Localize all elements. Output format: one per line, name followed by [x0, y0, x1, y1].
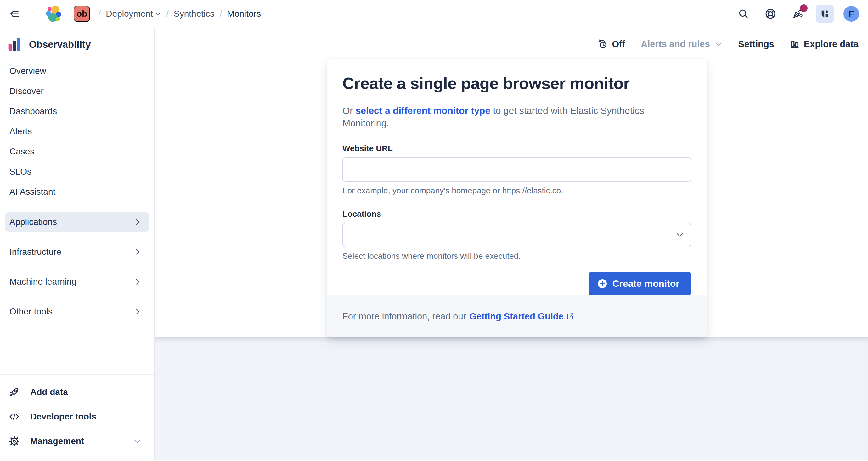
website-url-row: Website URL For example, your company's … [342, 143, 691, 196]
create-monitor-card: Create a single page browser monitor Or … [327, 59, 707, 337]
locations-label: Locations [342, 209, 691, 219]
breadcrumb-synthetics[interactable]: Synthetics [174, 9, 214, 19]
sidebar-item-overview[interactable]: Overview [5, 61, 149, 81]
breadcrumb-separator: / [219, 8, 222, 19]
sidebar-item-infrastructure[interactable]: Infrastructure [5, 242, 149, 262]
sidebar-item-dashboards[interactable]: Dashboards [5, 101, 149, 121]
chevron-right-icon [133, 278, 142, 286]
app-window: ob / Deployment / Synthetics / Monitors [0, 0, 868, 461]
sidebar-item-slos[interactable]: SLOs [5, 162, 149, 182]
chevron-right-icon [133, 218, 142, 226]
external-link-icon [566, 312, 575, 321]
user-avatar[interactable]: F [843, 6, 859, 22]
sidebar-item-machine-learning[interactable]: Machine learning [5, 272, 149, 292]
chevron-down-icon [133, 437, 142, 446]
locations-select[interactable] [342, 223, 691, 247]
locations-help: Select locations where monitors will be … [342, 251, 691, 261]
page-background-lower [155, 337, 868, 460]
plus-circle-icon [597, 278, 608, 289]
observability-logo [8, 38, 21, 52]
sidebar-nav: Overview Discover Dashboards Alerts Case… [0, 61, 154, 321]
search-button[interactable] [735, 5, 752, 23]
breadcrumb: / Deployment / Synthetics / Monitors [98, 8, 261, 19]
sidebar-item-cases[interactable]: Cases [5, 141, 149, 162]
sidebar-item-add-data[interactable]: Add data [5, 380, 149, 404]
main-content: Off Alerts and rules Settings [155, 28, 868, 460]
select-different-monitor-type-link[interactable]: select a different monitor type [355, 105, 490, 116]
sidebar-title: Observability [29, 39, 91, 50]
breadcrumb-deployment[interactable]: Deployment [106, 9, 161, 19]
website-url-label: Website URL [342, 143, 691, 154]
bar-chart-icon [790, 39, 799, 49]
top-navigation-bar: ob / Deployment / Synthetics / Monitors [0, 0, 868, 28]
website-url-help: For example, your company's homepage or … [342, 186, 691, 196]
time-refresh-icon [597, 39, 608, 50]
menu-left-icon [8, 8, 19, 19]
chevron-right-icon [133, 307, 142, 316]
card-footer: For more information, read our Getting S… [327, 295, 707, 337]
website-url-input[interactable] [342, 157, 691, 182]
help-icon [765, 8, 776, 20]
help-button[interactable] [762, 5, 779, 23]
create-monitor-form: Create a single page browser monitor Or … [327, 59, 707, 295]
sidebar-item-developer-tools[interactable]: Developer tools [5, 404, 149, 429]
collapse-nav-button[interactable] [0, 0, 28, 28]
elastic-logo [45, 5, 62, 23]
sidebar-item-discover[interactable]: Discover [5, 81, 149, 101]
breadcrumb-monitors: Monitors [227, 9, 261, 19]
create-monitor-button[interactable]: Create monitor [589, 272, 691, 295]
brand-area: ob [45, 5, 90, 23]
sidebar-item-ai-assistant[interactable]: AI Assistant [5, 182, 149, 202]
alerts-and-rules-button[interactable]: Alerts and rules [641, 39, 722, 50]
code-icon [9, 411, 20, 422]
chevron-right-icon [133, 248, 142, 256]
notification-dot [800, 4, 808, 12]
sidebar-header: Observability [0, 28, 154, 52]
breadcrumb-separator: / [98, 8, 101, 19]
header-actions: F [735, 5, 868, 23]
locations-row: Locations Select locations where monitor… [342, 209, 691, 261]
app-launcher-icon [820, 9, 830, 19]
chevron-down-icon [714, 40, 722, 48]
auto-refresh-button[interactable]: Off [597, 39, 625, 50]
search-icon [738, 8, 749, 19]
chevron-down-icon [675, 230, 684, 240]
chevron-down-icon [155, 11, 161, 17]
breadcrumb-separator: / [166, 8, 169, 19]
gear-icon [9, 436, 20, 447]
sidebar-item-management[interactable]: Management [5, 429, 149, 454]
getting-started-guide-link[interactable]: Getting Started Guide [469, 311, 575, 322]
page-toolbar: Off Alerts and rules Settings [597, 28, 868, 60]
rocket-icon [9, 387, 20, 397]
project-badge[interactable]: ob [74, 6, 90, 22]
news-button[interactable] [789, 5, 806, 23]
sidebar-item-applications[interactable]: Applications [5, 212, 149, 232]
sidebar-item-other-tools[interactable]: Other tools [5, 302, 149, 321]
sidebar-footer: Add data Developer tools [0, 374, 154, 460]
subtitle: Or select a different monitor type to ge… [342, 104, 691, 130]
apps-menu-button[interactable] [816, 5, 834, 23]
explore-data-button[interactable]: Explore data [790, 39, 859, 50]
settings-button[interactable]: Settings [738, 39, 774, 50]
sidebar: Observability Overview Discover Dashboar… [0, 28, 155, 460]
page-title: Create a single page browser monitor [342, 74, 691, 93]
sidebar-item-alerts[interactable]: Alerts [5, 121, 149, 141]
